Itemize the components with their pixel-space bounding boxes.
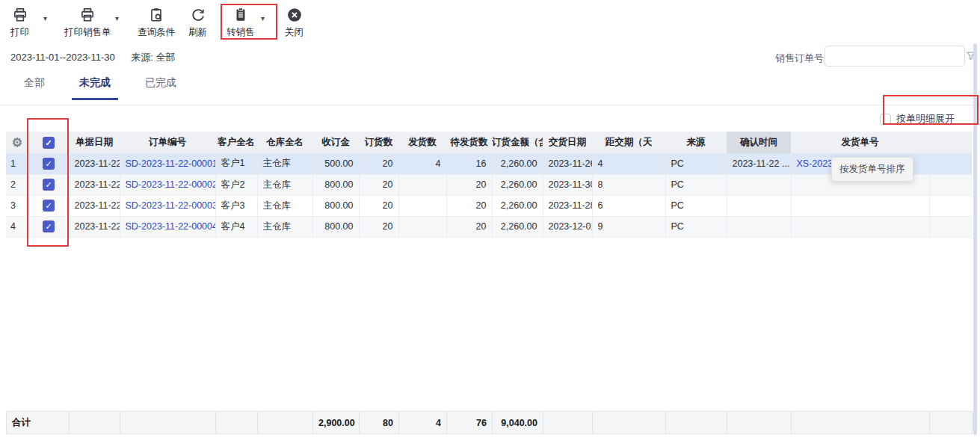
order-no-link[interactable]: SD-2023-11-22-00001 (126, 158, 216, 169)
table-row[interactable]: 1 ✓ 2023-11-22 SD-2023-11-22-00001 客户1 主… (6, 153, 972, 174)
row-checkbox[interactable]: ✓ (43, 179, 55, 191)
cell-days: 4 (592, 153, 665, 174)
header-pending-qty[interactable]: 待发货数 (446, 132, 492, 153)
header-amount[interactable]: 订货金额（含税 (492, 132, 543, 153)
cell-date: 2023-11-22 (69, 153, 120, 174)
print-sales-dropdown-caret[interactable]: ▾ (115, 15, 119, 22)
order-list-window: 打印 ▾ 打印销售单 ▾ 查询条件 刷新 (0, 0, 980, 438)
totals-empty (930, 412, 973, 434)
header-ship-no[interactable]: 发货单号 (791, 132, 929, 153)
totals-row: 合计 2,900.00 80 4 76 9,040.00 (6, 411, 973, 434)
cell-amount: 2,260.00 (492, 216, 543, 237)
printer-icon (12, 6, 28, 24)
row-checkbox-cell: ✓ (28, 216, 69, 237)
tab-finished[interactable]: 已完成 (138, 75, 184, 100)
expand-by-detail-toggle[interactable]: 按单明细展开 (880, 112, 955, 126)
column-settings-cell: ⚙ (6, 132, 28, 153)
cell-deposit: 800.00 (312, 216, 359, 237)
query-conditions-label: 查询条件 (138, 26, 175, 39)
cell-confirm-time (727, 216, 791, 237)
date-range-text: 2023-11-01--2023-11-30 (10, 52, 115, 63)
table-row[interactable]: 4 ✓ 2023-11-22 SD-2023-11-22-00004 客户4 主… (6, 216, 972, 237)
cell-warehouse: 主仓库 (257, 174, 312, 195)
totals-empty (666, 412, 727, 434)
cell-order-qty: 20 (359, 153, 398, 174)
cell-ship-no (791, 195, 929, 216)
tab-all[interactable]: 全部 (16, 75, 52, 100)
header-order-no[interactable]: 订单编号 (120, 132, 215, 153)
order-no-link[interactable]: SD-2023-11-22-00002 (126, 179, 216, 190)
totals-empty (593, 412, 666, 434)
header-deposit[interactable]: 收订金 (312, 132, 359, 153)
refresh-button[interactable]: 刷新 (188, 6, 207, 39)
print-dropdown-caret[interactable]: ▾ (43, 15, 47, 22)
header-shipped-qty[interactable]: 发货数 (398, 132, 446, 153)
convert-to-sales-dropdown-caret[interactable]: ▾ (261, 15, 265, 22)
cell-deposit: 800.00 (312, 174, 359, 195)
cell-source: PC (665, 216, 727, 237)
print-button[interactable]: 打印 (10, 6, 29, 39)
order-no-link[interactable]: SD-2023-11-22-00004 (126, 221, 216, 232)
expand-by-detail-checkbox[interactable] (880, 114, 891, 125)
totals-label: 合计 (7, 412, 70, 434)
query-conditions-button[interactable]: 查询条件 (138, 6, 175, 39)
cell-order-no: SD-2023-11-22-00003 (120, 195, 215, 216)
row-number: 4 (6, 216, 28, 237)
select-all-checkbox[interactable]: ✓ (43, 137, 55, 149)
row-checkbox[interactable]: ✓ (43, 158, 55, 170)
select-all-cell: ✓ (28, 132, 69, 153)
cell-shipped-qty: 4 (398, 153, 446, 174)
convert-to-sales-button[interactable]: 转销售 (226, 6, 255, 39)
cell-warehouse: 主仓库 (257, 195, 312, 216)
totals-empty (258, 412, 313, 434)
cell-delivery-date: 2023-12-01 (543, 216, 592, 237)
cell-confirm-time (727, 195, 791, 216)
sales-order-no-input[interactable] (825, 46, 966, 66)
header-order-qty[interactable]: 订货数 (359, 132, 398, 153)
refresh-label: 刷新 (188, 26, 207, 39)
table-row[interactable]: 3 ✓ 2023-11-22 SD-2023-11-22-00003 客户3 主… (6, 195, 972, 216)
status-tabs: 全部 未完成 已完成 (16, 75, 203, 100)
cell-date: 2023-11-22 (69, 174, 120, 195)
totals-empty (120, 412, 216, 434)
cell-warehouse: 主仓库 (257, 216, 312, 237)
totals-amount: 9,040.00 (493, 412, 543, 434)
cell-delivery-date: 2023-11-30 (543, 174, 592, 195)
header-row: ⚙ ✓ 单据日期 订单编号 客户全名 仓库全名 收订金 订货数 发货数 待发货数… (6, 132, 972, 153)
row-checkbox-cell: ✓ (28, 195, 69, 216)
header-warehouse[interactable]: 仓库全名 (257, 132, 312, 153)
cell-empty (929, 216, 972, 237)
convert-to-sales-label: 转销售 (226, 26, 255, 39)
tab-unfinished[interactable]: 未完成 (72, 75, 118, 100)
row-checkbox[interactable]: ✓ (43, 220, 55, 232)
print-button-label: 打印 (10, 26, 29, 39)
totals-empty (70, 412, 120, 434)
header-source[interactable]: 来源 (665, 132, 727, 153)
totals-pending-qty: 76 (447, 412, 493, 434)
totals-empty (543, 412, 593, 434)
cell-ship-no (791, 216, 929, 237)
gear-icon[interactable]: ⚙ (12, 136, 22, 149)
header-delivery-date[interactable]: 交货日期 (543, 132, 592, 153)
row-number: 2 (6, 174, 28, 195)
cell-deposit: 800.00 (312, 195, 359, 216)
divider (0, 105, 980, 105)
header-confirm-time[interactable]: 确认时间 (727, 132, 791, 153)
header-customer[interactable]: 客户全名 (215, 132, 257, 153)
print-sales-button[interactable]: 打印销售单 (64, 6, 111, 39)
close-button[interactable]: 关闭 (285, 6, 303, 39)
totals-empty (216, 412, 258, 434)
vertical-scrollbar[interactable] (973, 43, 977, 435)
header-days-to-delivery[interactable]: 距交期（天 (592, 132, 665, 153)
cell-confirm-time (727, 174, 791, 195)
order-no-link[interactable]: SD-2023-11-22-00003 (126, 200, 216, 211)
header-date[interactable]: 单据日期 (69, 132, 120, 153)
cell-amount: 2,260.00 (492, 174, 543, 195)
table-row[interactable]: 2 ✓ 2023-11-22 SD-2023-11-22-00002 客户2 主… (6, 174, 972, 195)
cell-order-no: SD-2023-11-22-00002 (120, 174, 215, 195)
cell-warehouse: 主仓库 (257, 153, 312, 174)
cell-order-qty: 20 (359, 195, 398, 216)
row-checkbox[interactable]: ✓ (43, 200, 55, 212)
totals-order-qty: 80 (360, 412, 399, 434)
cell-date: 2023-11-22 (69, 216, 120, 237)
